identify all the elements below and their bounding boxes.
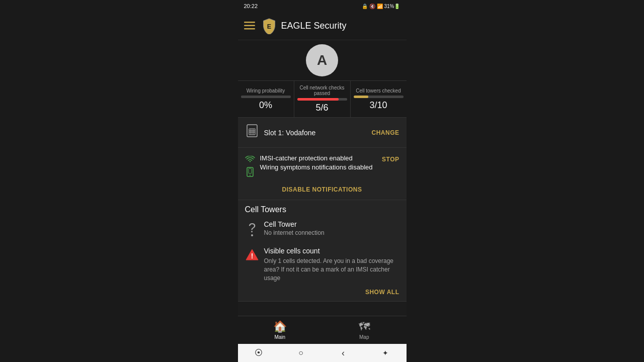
status-icons: 🔒 🔇 📶 31%🔋 (362, 4, 400, 9)
disable-notifications-button[interactable]: DISABLE NOTIFICATIONS (282, 186, 362, 193)
bottom-nav: 🏠 Main 🗺 Map (238, 316, 407, 344)
stat-wiring-value: 0% (259, 100, 272, 111)
svg-rect-2 (244, 28, 255, 30)
accessibility-button[interactable]: ✦ (364, 349, 407, 357)
nav-main-label: Main (274, 334, 285, 340)
stat-network-fill (297, 98, 339, 101)
imsi-protection-section: IMSI-catcher protection enabled Wiring s… (238, 148, 407, 200)
visible-cells-title: Visible cells count (264, 247, 399, 255)
app-logo: E EAGLE Security (261, 18, 347, 34)
warning-item: ! Visible cells count Only 1 cells detec… (245, 247, 399, 282)
nav-map[interactable]: 🗺 Map (322, 320, 407, 340)
disable-notifications-row: DISABLE NOTIFICATIONS (245, 185, 399, 194)
show-all-button[interactable]: SHOW ALL (365, 289, 399, 296)
android-nav-bar: ⦿ ○ ‹ ✦ (238, 344, 407, 362)
warning-triangle-icon: ! (245, 248, 259, 262)
question-mark-icon: ? (245, 221, 259, 240)
tower-status: No internet connection (264, 229, 399, 236)
wifi-icon (245, 155, 255, 165)
svg-point-13 (250, 175, 251, 176)
change-button[interactable]: CHANGE (371, 129, 399, 136)
map-icon: 🗺 (359, 320, 370, 333)
tower-info: Cell Tower No internet connection (264, 220, 399, 236)
imsi-protection-title: IMSI-catcher protection enabled (260, 154, 378, 163)
svg-text:!: ! (251, 252, 253, 260)
svg-rect-12 (249, 168, 252, 173)
scroll-content: Slot 1: Vodafone CHANGE (238, 118, 407, 316)
stats-row: Wiring probability 0% Cell network check… (238, 80, 407, 118)
back-button[interactable]: ‹ (322, 348, 364, 358)
cell-tower-item: ? Cell Tower No internet connection (245, 220, 399, 240)
stat-towers-fill (354, 96, 369, 98)
svg-point-15 (251, 234, 253, 236)
warning-info: Visible cells count Only 1 cells detecte… (264, 247, 399, 282)
recents-button[interactable]: ⦿ (238, 348, 280, 357)
tower-name: Cell Tower (264, 220, 399, 228)
phone-icon (246, 167, 254, 179)
sim-row: Slot 1: Vodafone CHANGE (245, 124, 399, 141)
sim-label: Slot 1: Vodafone (264, 129, 316, 137)
stat-network-value: 5/6 (315, 103, 328, 113)
home-button[interactable]: ○ (280, 348, 322, 357)
stat-network-label: Cell network checks passed (297, 85, 347, 96)
status-time: 20:22 (244, 3, 258, 9)
status-right-icons: 🔒 🔇 📶 31%🔋 (362, 4, 400, 9)
status-bar: 20:22 🔒 🔇 📶 31%🔋 (238, 0, 407, 12)
stat-network: Cell network checks passed 5/6 (294, 81, 351, 117)
stat-network-bar (297, 98, 347, 101)
hamburger-icon[interactable] (244, 20, 255, 33)
app-bar: E EAGLE Security (238, 12, 407, 40)
protection-text: IMSI-catcher protection enabled Wiring s… (260, 154, 378, 172)
stat-towers-label: Cell towers checked (356, 88, 400, 94)
avatar-area: A (238, 40, 407, 80)
home-icon: 🏠 (273, 320, 287, 333)
logo-shield-icon: E (261, 18, 277, 34)
stat-wiring-bar (241, 96, 291, 98)
nav-map-label: Map (359, 334, 369, 340)
app-title: EAGLE Security (281, 21, 347, 31)
phone-container: 20:22 🔒 🔇 📶 31%🔋 E EAGLE Security A W (238, 0, 407, 362)
protection-row: IMSI-catcher protection enabled Wiring s… (245, 154, 399, 179)
cell-towers-title: Cell Towers (245, 205, 399, 214)
stop-button[interactable]: STOP (382, 156, 399, 163)
stat-wiring-label: Wiring probability (247, 88, 285, 94)
show-all-row: SHOW ALL (245, 287, 399, 296)
sim-card-icon (245, 124, 259, 141)
sim-left: Slot 1: Vodafone (245, 124, 316, 141)
protection-icons (245, 155, 255, 179)
nav-main[interactable]: 🏠 Main (238, 320, 323, 340)
cell-towers-section: Cell Towers ? Cell Tower No internet con… (238, 200, 407, 302)
stat-towers: Cell towers checked 3/10 (351, 81, 407, 117)
wiring-notification-status: Wiring symptoms notifications disabled (260, 163, 378, 172)
svg-rect-1 (244, 25, 255, 26)
stat-towers-value: 3/10 (369, 100, 387, 111)
svg-rect-0 (244, 22, 255, 23)
svg-text:E: E (267, 23, 271, 30)
stat-wiring: Wiring probability 0% (238, 81, 294, 117)
visible-cells-desc: Only 1 cells detected. Are you in a bad … (264, 257, 399, 282)
sim-slot-card: Slot 1: Vodafone CHANGE (238, 118, 407, 148)
avatar[interactable]: A (306, 44, 338, 76)
svg-text:?: ? (248, 221, 255, 235)
stat-towers-bar (354, 96, 404, 98)
